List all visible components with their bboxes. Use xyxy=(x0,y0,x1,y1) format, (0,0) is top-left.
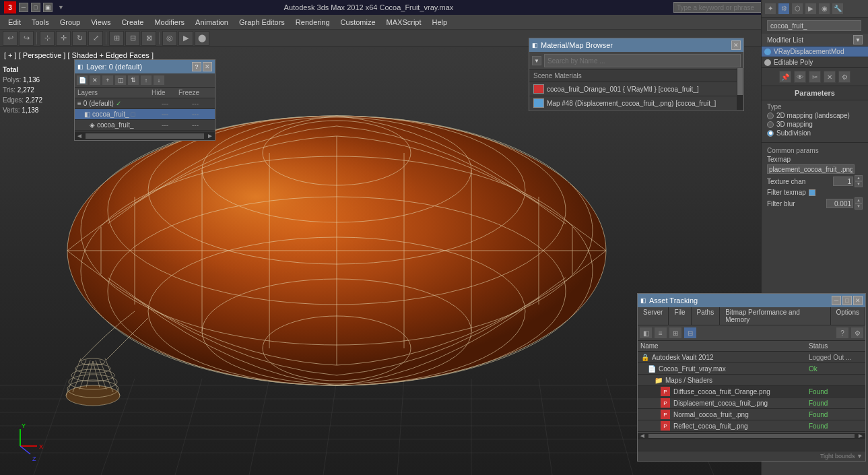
rp-hierarchy-icon[interactable]: ⬡ xyxy=(791,3,803,15)
radio-3d-btn[interactable] xyxy=(767,121,774,128)
menu-maxscript[interactable]: MAXScript xyxy=(381,17,427,28)
asset-btn-2[interactable]: ⊞ xyxy=(669,327,682,339)
menu-views[interactable]: Views xyxy=(86,17,116,28)
radio-3d-mapping[interactable]: 3D mapping xyxy=(767,121,863,128)
menu-edit[interactable]: Edit xyxy=(3,17,26,28)
asset-footer[interactable]: Tight bounds ▼ xyxy=(638,451,865,461)
mat-scrollbar-v[interactable] xyxy=(737,68,743,110)
menu-modifiers[interactable]: Modifiers xyxy=(149,17,190,28)
toolbar-render[interactable]: ▶ xyxy=(178,31,193,46)
asset-row-2[interactable]: 📁 Maps / Shaders xyxy=(638,375,865,386)
filter-blur-spinner[interactable]: ▲ ▼ xyxy=(826,197,863,210)
asset-row-4[interactable]: P Displacement_cocoa_fruit_.png Found xyxy=(638,398,865,409)
asset-btn-1[interactable]: ≡ xyxy=(654,327,667,339)
toolbar-undo[interactable]: ↩ xyxy=(3,31,18,46)
asset-row-5[interactable]: P Normal_cocoa_fruit_.png Found xyxy=(638,409,865,420)
pin-stack-icon[interactable]: 📌 xyxy=(779,71,791,83)
layer-dialog-help[interactable]: ? xyxy=(192,62,201,71)
filter-blur-input[interactable] xyxy=(826,199,853,208)
filter-texmap-row[interactable]: Filter texmap xyxy=(767,189,863,196)
texture-chan-spinner[interactable]: ▲ ▼ xyxy=(833,175,863,187)
radio-2d-btn[interactable] xyxy=(767,113,774,119)
filter-blur-down[interactable]: ▼ xyxy=(855,203,863,210)
asset-row-6[interactable]: P Reflect_cocoa_fruit_.png Found xyxy=(638,420,865,432)
mat-item-0[interactable]: cocoa_fruit_Orange_001 { VRayMtl } [coco… xyxy=(529,82,743,96)
filter-texmap-checkbox[interactable] xyxy=(809,189,815,196)
make-unique-icon[interactable]: ✂ xyxy=(809,71,821,83)
layer-invert-btn[interactable]: ⇅ xyxy=(127,75,139,86)
toolbar-material[interactable]: ◎ xyxy=(162,31,177,46)
asset-btn-0[interactable]: ◧ xyxy=(639,327,653,339)
texture-chan-input[interactable] xyxy=(833,177,853,186)
layer-scroll-track[interactable] xyxy=(86,133,204,139)
asset-max-btn[interactable]: □ xyxy=(842,296,852,305)
asset-row-0[interactable]: 🔒 Autodesk Vault 2012 Logged Out ... xyxy=(638,352,865,363)
menu-create[interactable]: Create xyxy=(116,17,149,28)
asset-btn-3[interactable]: ⊟ xyxy=(683,327,697,339)
texmap-input[interactable] xyxy=(767,164,855,174)
asset-row-3[interactable]: P Diffuse_cocoa_fruit_Orange.png Found xyxy=(638,386,865,398)
texture-chan-up[interactable]: ▲ xyxy=(855,175,863,181)
asset-close-btn[interactable]: ✕ xyxy=(853,296,863,305)
rp-create-icon[interactable]: ✦ xyxy=(764,3,776,15)
remove-mod-icon[interactable]: ✕ xyxy=(824,71,836,83)
object-name-input[interactable] xyxy=(767,20,861,31)
layer-row-1[interactable]: ◧ cocoa_fruit_ □ --- --- xyxy=(75,109,215,120)
rp-utility-icon[interactable]: 🔧 xyxy=(832,3,844,15)
radio-subdiv-btn[interactable] xyxy=(767,130,774,137)
texture-chan-down[interactable]: ▼ xyxy=(855,181,863,187)
toolbar-snap[interactable]: ⊞ xyxy=(109,31,124,46)
maximize-btn[interactable]: ▣ xyxy=(43,3,53,12)
menu-animation[interactable]: Animation xyxy=(190,17,234,28)
mat-item-1[interactable]: Map #48 (Displacement_cocoa_fruit_.png) … xyxy=(529,96,743,110)
toolbar-move[interactable]: ✛ xyxy=(56,31,71,46)
menu-customize[interactable]: Customize xyxy=(335,17,381,28)
layer-scrollbar[interactable]: ◄ ► xyxy=(75,131,215,140)
mat-search-dropdown[interactable]: ▼ xyxy=(532,56,541,65)
radio-2d-mapping[interactable]: 2D mapping (landscape) xyxy=(767,112,863,119)
toolbar-render2[interactable]: ⬤ xyxy=(195,31,209,46)
asset-help-btn[interactable]: ? xyxy=(836,327,849,339)
layer-row-2[interactable]: ◈ cocoa_fruit_ --- --- xyxy=(75,120,215,131)
filter-blur-arrows[interactable]: ▲ ▼ xyxy=(855,197,863,210)
mat-search-input[interactable] xyxy=(544,54,741,67)
layer-new-btn[interactable]: 📄 xyxy=(76,75,88,86)
radio-subdivision[interactable]: Subdivision xyxy=(767,129,863,137)
show-result-icon[interactable]: 👁 xyxy=(794,71,806,83)
asset-row-1[interactable]: 📄 Cocoa_Fruit_vray.max Ok xyxy=(638,363,865,375)
minimize-btn[interactable]: ─ xyxy=(19,3,28,12)
rp-modify-icon[interactable]: ⚙ xyxy=(778,3,790,15)
rp-motion-icon[interactable]: ▶ xyxy=(805,3,817,15)
menu-group[interactable]: Group xyxy=(55,17,86,28)
asset-min-btn[interactable]: ─ xyxy=(832,296,841,305)
restore-btn[interactable]: □ xyxy=(31,3,40,12)
menu-rendering[interactable]: Rendering xyxy=(290,17,335,28)
layer-down-btn[interactable]: ↓ xyxy=(153,75,165,86)
filter-blur-up[interactable]: ▲ xyxy=(855,197,863,203)
asset-menu-file[interactable]: File xyxy=(669,307,691,325)
layer-dialog-close[interactable]: ✕ xyxy=(203,62,212,71)
layer-delete-btn[interactable]: ✕ xyxy=(89,75,101,86)
toolbar-scale[interactable]: ⤢ xyxy=(88,31,103,46)
asset-menu-bitmap[interactable]: Bitmap Performance and Memory xyxy=(720,307,830,325)
asset-config-btn[interactable]: ⚙ xyxy=(850,327,864,339)
config-icon[interactable]: ⚙ xyxy=(838,71,850,83)
texture-chan-arrows[interactable]: ▲ ▼ xyxy=(855,175,863,187)
modifier-item-0[interactable]: VRayDisplacementMod xyxy=(762,46,868,57)
layer-up-btn[interactable]: ↑ xyxy=(140,75,152,86)
menu-tools[interactable]: Tools xyxy=(26,17,55,28)
menu-graph-editors[interactable]: Graph Editors xyxy=(234,17,290,28)
toolbar-select[interactable]: ⊹ xyxy=(40,31,55,46)
rp-display-icon[interactable]: ◉ xyxy=(818,3,830,15)
toolbar-redo[interactable]: ↪ xyxy=(19,31,34,46)
asset-scroll-track[interactable] xyxy=(648,434,855,438)
asset-menu-server[interactable]: Server xyxy=(638,307,669,325)
layer-add-btn[interactable]: + xyxy=(102,75,114,86)
toolbar-snap2[interactable]: ⊟ xyxy=(125,31,140,46)
asset-menu-paths[interactable]: Paths xyxy=(692,307,721,325)
toolbar-snap3[interactable]: ⊠ xyxy=(141,31,156,46)
menu-help[interactable]: Help xyxy=(427,17,453,28)
modifier-item-1[interactable]: Editable Poly xyxy=(762,57,868,68)
modifier-dropdown-btn[interactable]: ▼ xyxy=(853,35,863,44)
layer-select-btn[interactable]: ◫ xyxy=(114,75,127,86)
